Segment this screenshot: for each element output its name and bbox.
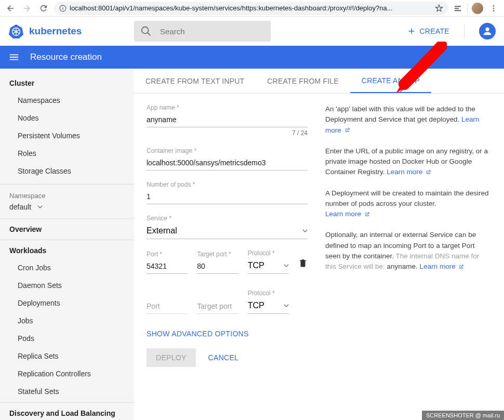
plus-icon [407,27,416,36]
chevron-down-icon [284,263,289,268]
svg-point-6 [493,5,495,7]
tabs: CREATE FROM TEXT INPUT CREATE FROM FILE … [134,69,504,94]
app-name-counter: 7 / 24 [147,129,308,137]
tab-create-app[interactable]: CREATE AN APP [350,69,431,93]
url-text: localhost:8001/api/v1/namespaces/kube-sy… [70,4,432,12]
deploy-button[interactable]: DEPLOY [147,348,196,367]
sidebar-item-storage[interactable]: Storage Classes [0,162,134,180]
sidebar-item-statefulsets[interactable]: Stateful Sets [0,383,134,400]
info-icon [59,5,67,12]
svg-point-17 [485,28,489,31]
delete-port-button[interactable] [298,258,308,274]
svg-point-15 [142,27,149,34]
namespace-select[interactable]: default [0,201,134,216]
page-title: Resource creation [30,52,102,62]
user-icon [482,25,493,37]
protocol2-select[interactable]: TCP [248,299,289,314]
sidebar-item-replicasets[interactable]: Replica Sets [0,347,134,365]
search-input[interactable] [160,27,264,36]
trash-icon [298,258,308,268]
profile-avatar[interactable] [472,3,483,14]
app-name-label: App name * [147,104,308,111]
browser-menu-button[interactable] [487,2,500,15]
star-icon[interactable] [435,4,443,12]
menu-toggle[interactable] [8,51,20,63]
sidebar-item-jobs[interactable]: Jobs [0,312,134,330]
protocol-select[interactable]: TCP [248,259,289,274]
forward-button[interactable] [21,2,33,15]
search-icon [140,25,152,37]
sidebar-heading-workloads[interactable]: Workloads [0,242,134,259]
service-select[interactable]: External [147,224,308,239]
sidebar-item-roles[interactable]: Roles [0,145,134,162]
protocol-label: Protocol * [248,250,289,257]
svg-line-16 [148,33,151,36]
svg-point-14 [15,31,17,33]
sidebar-item-rc[interactable]: Replication Controllers [0,365,134,383]
learn-more-link[interactable]: Learn more [387,168,431,176]
sidebar-heading-overview[interactable]: Overview [0,221,134,238]
sidebar-heading-discovery[interactable]: Discovery and Load Balancing [0,405,134,420]
external-link-icon [458,264,464,270]
sidebar-item-namespaces[interactable]: Namespaces [0,91,134,109]
back-button[interactable] [4,2,17,15]
protocol2-label: Protocol * [248,290,289,297]
cancel-button[interactable]: CANCEL [208,353,239,362]
svg-point-2 [62,6,63,7]
sidebar-item-pv[interactable]: Persistent Volumes [0,127,134,145]
browser-toolbar: localhost:8001/api/v1/namespaces/kube-sy… [0,0,504,17]
external-link-icon [364,212,370,217]
form: App name * 7 / 24 Container image * Numb… [147,104,308,367]
chevron-down-icon [284,303,289,308]
sidebar-heading-cluster[interactable]: Cluster [0,75,134,91]
show-advanced-link[interactable]: SHOW ADVANCED OPTIONS [147,330,308,338]
logo[interactable]: kubernetes [8,23,128,39]
target-port-label: Target port * [197,251,238,258]
pods-input[interactable] [147,190,308,204]
port2-input[interactable] [147,300,188,314]
tab-from-file[interactable]: CREATE FROM FILE [256,69,350,93]
sidebar-item-cronjobs[interactable]: Cron Jobs [0,259,134,277]
sidebar-item-nodes[interactable]: Nodes [0,109,134,127]
external-link-icon [344,127,350,133]
target-port2-input[interactable] [197,300,238,314]
address-bar[interactable]: localhost:8001/api/v1/namespaces/kube-sy… [54,2,448,15]
learn-more-link[interactable]: Learn more [325,210,370,218]
image-label: Container image * [147,147,308,154]
svg-rect-5 [455,10,461,11]
svg-point-8 [493,10,495,11]
service-label: Service * [147,215,308,222]
help-panel: An 'app' label with this value will be a… [325,104,492,367]
external-link-icon [426,169,431,175]
reload-button[interactable] [37,2,50,15]
create-button[interactable]: CREATE [407,27,449,36]
svg-point-7 [493,7,495,9]
namespace-label: Namespace [0,187,134,201]
sidebar-item-pods[interactable]: Pods [0,330,134,347]
sidebar-item-daemonsets[interactable]: Daemon Sets [0,277,134,294]
extension-icon[interactable] [453,3,463,14]
app-header: kubernetes CREATE [0,17,504,46]
divider [464,24,465,38]
target-port-input[interactable] [197,260,238,274]
pods-label: Number of pods * [147,181,308,188]
svg-rect-3 [455,6,461,7]
user-menu[interactable] [479,23,496,40]
image-input[interactable] [147,156,308,170]
main-content: CREATE FROM TEXT INPUT CREATE FROM FILE … [134,69,504,420]
port-input[interactable] [147,260,188,274]
svg-rect-1 [62,7,63,9]
port-label: Port * [147,251,188,258]
tab-text-input[interactable]: CREATE FROM TEXT INPUT [134,69,256,93]
learn-more-link[interactable]: Learn more [420,262,465,270]
kubernetes-icon [8,23,24,39]
sidebar-item-deployments[interactable]: Deployments [0,294,134,312]
app-name-input[interactable] [147,113,308,127]
page-bar: Resource creation [0,46,504,69]
svg-rect-4 [455,8,459,9]
hamburger-icon [8,51,20,63]
sidebar: Cluster Namespaces Nodes Persistent Volu… [0,69,134,420]
chevron-down-icon [302,228,308,233]
watermark: SCREENSHOTER @ mail.ru [422,411,504,420]
search-box[interactable] [134,21,271,42]
